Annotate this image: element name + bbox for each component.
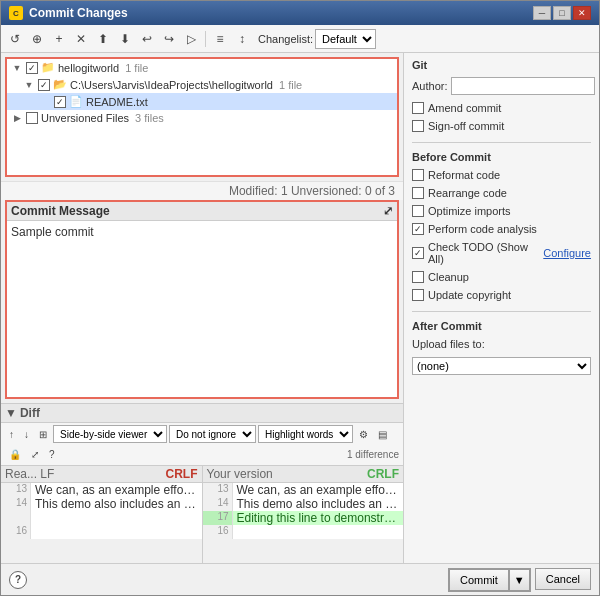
help-button[interactable]: ?	[9, 571, 27, 589]
amend-row[interactable]: Amend commit	[412, 102, 591, 114]
left-panel-inner: ▼ 📁 hellogitworld 1 file ▼ 📂 C:\Users\Ja…	[1, 53, 403, 403]
upload-select[interactable]: (none)	[412, 357, 591, 375]
add-button[interactable]: +	[49, 29, 69, 49]
redo-button[interactable]: ↪	[159, 29, 179, 49]
expand-button[interactable]: ▷	[181, 29, 201, 49]
tree-item-hellogitworld[interactable]: ▼ 📁 hellogitworld 1 file	[7, 59, 397, 76]
diff-left-line-2: 14 This demo also includes an image with	[1, 497, 202, 511]
move-down-button[interactable]: ⬇	[115, 29, 135, 49]
checkbox-unversioned[interactable]	[26, 112, 38, 124]
maximize-button[interactable]: □	[553, 6, 571, 20]
todo-label: Check TODO (Show All)	[428, 241, 539, 265]
unversioned-label: Unversioned Files	[41, 112, 129, 124]
diff-settings-button[interactable]: ⚙	[355, 425, 372, 443]
diff-right-header: Your version CRLF	[203, 466, 404, 483]
sort-button[interactable]: ↕	[232, 29, 252, 49]
divider-2	[412, 311, 591, 312]
diff-prev-button[interactable]: ↑	[5, 425, 18, 443]
rearrange-label: Rearrange code	[428, 187, 507, 199]
diff-viewer-select[interactable]: Side-by-side viewer	[53, 425, 167, 443]
diff-lock-button[interactable]: 🔒	[5, 445, 25, 463]
hellogitworld-count: 1 file	[125, 62, 148, 74]
diff-right-filename: Your version	[207, 467, 273, 481]
checkbox-readme[interactable]	[54, 96, 66, 108]
configure-link[interactable]: Configure	[543, 247, 591, 259]
diff-left-header: Rea... LF CRLF	[1, 466, 202, 483]
diff-compare-button[interactable]: ⊞	[35, 425, 51, 443]
diff-text: We can, as an example effort, even modif	[233, 483, 404, 497]
diff-toolbar: ↑ ↓ ⊞ Side-by-side viewer Do not ignore …	[1, 423, 403, 466]
optimize-checkbox[interactable]	[412, 205, 424, 217]
diff-columns-button[interactable]: ▤	[374, 425, 391, 443]
diff-button[interactable]: ⊕	[27, 29, 47, 49]
diff-header[interactable]: ▼ Diff	[1, 404, 403, 423]
checkbox-path[interactable]	[38, 79, 50, 91]
minimize-button[interactable]: ─	[533, 6, 551, 20]
signoff-checkbox[interactable]	[412, 120, 424, 132]
diff-help-button[interactable]: ?	[45, 445, 59, 463]
diff-title: Diff	[20, 406, 40, 420]
diff-next-button[interactable]: ↓	[20, 425, 33, 443]
perform-checkbox[interactable]	[412, 223, 424, 235]
title-controls: ─ □ ✕	[533, 6, 591, 20]
diff-content: Rea... LF CRLF 13 We can, as an example …	[1, 466, 403, 563]
copyright-label: Update copyright	[428, 289, 511, 301]
perform-row[interactable]: Perform code analysis	[412, 223, 591, 235]
reformat-checkbox[interactable]	[412, 169, 424, 181]
diff-text: Editing this line to demonstrate git dif	[233, 511, 404, 525]
move-up-button[interactable]: ⬆	[93, 29, 113, 49]
copyright-row[interactable]: Update copyright	[412, 289, 591, 301]
commit-changes-window: C Commit Changes ─ □ ✕ ↺ ⊕ + ✕ ⬆ ⬇ ↩ ↪ ▷…	[0, 0, 600, 596]
commit-message-input[interactable]: Sample commit	[7, 221, 397, 397]
amend-checkbox[interactable]	[412, 102, 424, 114]
cleanup-checkbox[interactable]	[412, 271, 424, 283]
diff-crlf-right: CRLF	[367, 467, 399, 481]
tree-item-readme[interactable]: 📄 README.txt	[7, 93, 397, 110]
undo-button[interactable]: ↩	[137, 29, 157, 49]
tree-item-path[interactable]: ▼ 📂 C:\Users\Jarvis\IdeaProjects\hellogi…	[7, 76, 397, 93]
changelist-label: Changelist:	[258, 33, 313, 45]
diff-right-line-1: 13 We can, as an example effort, even mo…	[203, 483, 404, 497]
checkbox-hellogitworld[interactable]	[26, 62, 38, 74]
commit-message-section: Commit Message ⤢ Sample commit	[5, 200, 399, 399]
copyright-checkbox[interactable]	[412, 289, 424, 301]
tree-item-unversioned[interactable]: ▶ Unversioned Files 3 files	[7, 110, 397, 126]
upload-select-row: (none)	[412, 357, 591, 375]
cleanup-row[interactable]: Cleanup	[412, 271, 591, 283]
group-button[interactable]: ≡	[210, 29, 230, 49]
commit-dropdown-button[interactable]: ▼	[509, 569, 530, 591]
cancel-button[interactable]: Cancel	[535, 568, 591, 590]
readme-label: README.txt	[86, 96, 148, 108]
right-panel: Git Author: Amend commit Sign-off commit…	[404, 53, 599, 563]
diff-text: We can, as an example effort, even mo	[31, 483, 202, 497]
commit-message-header: Commit Message ⤢	[7, 202, 397, 221]
todo-row[interactable]: Check TODO (Show All) Configure	[412, 241, 591, 265]
rearrange-checkbox[interactable]	[412, 187, 424, 199]
diff-ignore-select[interactable]: Do not ignore	[169, 425, 256, 443]
toolbar: ↺ ⊕ + ✕ ⬆ ⬇ ↩ ↪ ▷ ≡ ↕ Changelist: Defaul…	[1, 25, 599, 53]
refresh-button[interactable]: ↺	[5, 29, 25, 49]
status-text: Modified: 1 Unversioned: 0 of 3	[229, 184, 395, 198]
separator-1	[205, 31, 206, 47]
author-label: Author:	[412, 80, 447, 92]
expand-icon: ▼	[11, 62, 23, 74]
changelist-select[interactable]: Default	[315, 29, 376, 49]
commit-button[interactable]: Commit	[449, 569, 509, 591]
diff-highlight-select[interactable]: Highlight words	[258, 425, 353, 443]
signoff-row[interactable]: Sign-off commit	[412, 120, 591, 132]
folder-icon: 📂	[53, 78, 67, 91]
close-button[interactable]: ✕	[573, 6, 591, 20]
optimize-row[interactable]: Optimize imports	[412, 205, 591, 217]
reformat-row[interactable]: Reformat code	[412, 169, 591, 181]
diff-left-filename: Rea... LF	[5, 467, 54, 481]
todo-checkbox[interactable]	[412, 247, 424, 259]
diff-expand-all-button[interactable]: ⤢	[27, 445, 43, 463]
author-input[interactable]	[451, 77, 595, 95]
rearrange-row[interactable]: Rearrange code	[412, 187, 591, 199]
delete-button[interactable]: ✕	[71, 29, 91, 49]
diff-text	[233, 525, 404, 539]
main-content: ▼ 📁 hellogitworld 1 file ▼ 📂 C:\Users\Ja…	[1, 53, 599, 563]
commit-button-group: Commit ▼	[448, 568, 531, 592]
diff-gutter: 16	[1, 525, 31, 539]
amend-label: Amend commit	[428, 102, 501, 114]
